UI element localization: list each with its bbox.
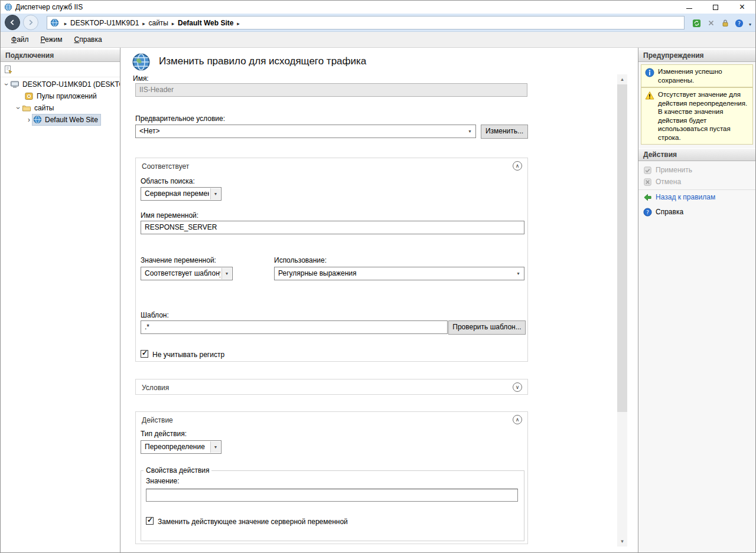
back-to-rules-label: Назад к правилам — [656, 193, 715, 201]
connections-toolbar — [1, 63, 120, 77]
edit-precondition-button[interactable]: Изменить... — [481, 125, 528, 139]
variable-value-label: Значение переменной: — [141, 256, 216, 264]
scroll-up-button[interactable] — [617, 74, 627, 84]
breadcrumb-item-sites[interactable]: сайты — [146, 19, 170, 27]
action-type-label: Тип действия: — [141, 430, 187, 438]
precondition-select[interactable]: <Нет> — [135, 125, 476, 138]
pattern-label: Шаблон: — [141, 311, 169, 319]
breadcrumb-separator-icon — [235, 19, 241, 27]
action-section: Действие Тип действия: Переопределение С… — [135, 411, 528, 544]
right-panel: Предупреждения Изменения успешно сохране… — [638, 48, 756, 552]
warning-icon — [645, 91, 654, 100]
apply-icon — [643, 166, 652, 175]
selected-tree-item[interactable]: Default Web Site — [32, 114, 100, 125]
forward-button[interactable] — [23, 15, 38, 30]
action-value-label: Значение: — [146, 477, 180, 485]
tree-item-default-web-site[interactable]: Default Web Site — [1, 114, 120, 126]
cancel-button[interactable]: Отмена — [643, 176, 681, 187]
back-button[interactable] — [5, 15, 20, 30]
app-pools-icon — [24, 91, 34, 101]
warning-alert-text: Отсутствует значение для действия переоп… — [658, 91, 747, 141]
cancel-label: Отмена — [656, 178, 681, 186]
replace-value-label: Заменить действующее значение серверной … — [158, 518, 348, 526]
action-section-header[interactable]: Действие — [142, 416, 173, 424]
minimize-icon — [686, 8, 692, 9]
menu-help[interactable]: Справка — [69, 33, 108, 46]
info-alert: Изменения успешно сохранены. — [641, 64, 753, 87]
cancel-icon — [643, 178, 652, 186]
expander-icon[interactable] — [3, 80, 10, 89]
using-label: Использование: — [274, 256, 327, 264]
breadcrumb-separator-icon — [141, 19, 146, 27]
tree-item-app-pools[interactable]: Пулы приложений — [1, 90, 120, 102]
tree-item-label: Пулы приложений — [37, 92, 97, 100]
scrollbar-thumb[interactable] — [617, 84, 627, 412]
replace-value-checkbox[interactable] — [146, 517, 154, 525]
page-title: Изменить правило для исходящего трафика — [159, 55, 366, 67]
action-type-select[interactable]: Переопределение — [141, 440, 221, 454]
collapse-chevron-icon[interactable] — [513, 161, 522, 171]
variable-value-option: Соответствует шаблону — [145, 267, 220, 280]
iis-app-icon — [4, 3, 12, 11]
scope-label: Область поиска: — [141, 177, 195, 185]
expander-icon[interactable] — [15, 104, 22, 112]
site-globe-icon — [33, 115, 43, 125]
menu-file[interactable]: Файл — [5, 33, 35, 46]
pattern-input[interactable]: .* — [141, 320, 448, 334]
test-pattern-button[interactable]: Проверить шаблон... — [448, 320, 526, 335]
tree-item-label: DESKTOP-U1MK9D1 (DESKTOP — [22, 80, 120, 89]
variable-value-select[interactable]: Соответствует шаблону — [141, 267, 233, 280]
variable-name-input[interactable]: RESPONSE_SERVER — [141, 221, 524, 234]
tree-item-sites[interactable]: сайты — [1, 102, 120, 114]
scope-select[interactable]: Серверная переменн — [141, 187, 221, 201]
create-connection-icon[interactable] — [4, 65, 13, 74]
lock-icon[interactable] — [721, 18, 730, 28]
vertical-scrollbar[interactable] — [617, 74, 627, 547]
tree-item-label: сайты — [34, 104, 54, 112]
name-label: Имя: — [133, 74, 149, 83]
action-value-input[interactable] — [146, 489, 518, 502]
window-controls — [676, 1, 755, 14]
refresh-icon[interactable] — [692, 18, 702, 28]
stop-icon[interactable] — [706, 18, 716, 28]
chevron-down-icon — [210, 441, 220, 453]
help-link[interactable]: ? Справка — [643, 207, 683, 217]
menu-view[interactable]: Режим — [35, 33, 69, 46]
svg-text:?: ? — [646, 208, 649, 215]
name-input[interactable]: IIS-Header — [135, 83, 527, 97]
using-select[interactable]: Регулярные выражения — [274, 267, 524, 280]
ignore-case-checkbox[interactable] — [141, 350, 148, 358]
collapse-chevron-icon[interactable] — [513, 415, 522, 424]
tree-item-server[interactable]: DESKTOP-U1MK9D1 (DESKTOP — [1, 78, 120, 90]
folder-icon — [22, 103, 31, 113]
breadcrumb[interactable]: DESKTOP-U1MK9D1 сайты Default Web Site — [47, 16, 685, 30]
close-button[interactable] — [729, 1, 755, 14]
warning-alert: Отсутствует значение для действия переоп… — [641, 87, 753, 145]
help-icon[interactable]: ? — [735, 18, 744, 28]
chevron-down-icon[interactable] — [749, 18, 751, 28]
breadcrumb-separator-icon — [170, 19, 176, 27]
alerts-header: Предупреждения — [638, 49, 756, 62]
chevron-down-icon — [465, 126, 475, 137]
variable-name-label: Имя переменной: — [141, 211, 198, 220]
apply-button[interactable]: Применить — [643, 165, 692, 175]
scroll-down-button[interactable] — [617, 536, 627, 547]
actions-divider — [638, 189, 756, 190]
maximize-button[interactable] — [702, 1, 729, 14]
chevron-down-icon — [513, 268, 523, 279]
info-icon — [645, 68, 654, 77]
breadcrumb-item-server[interactable]: DESKTOP-U1MK9D1 — [69, 19, 141, 27]
match-section-header[interactable]: Соответствует — [142, 162, 189, 171]
breadcrumb-item-current[interactable]: Default Web Site — [176, 19, 235, 27]
apply-label: Применить — [656, 166, 692, 174]
back-to-rules-link[interactable]: Назад к правилам — [643, 192, 715, 202]
minimize-button[interactable] — [676, 1, 702, 14]
conditions-section-header[interactable]: Условия — [142, 384, 169, 392]
expander-icon[interactable] — [25, 116, 32, 124]
actions-header: Действия — [638, 148, 756, 161]
ignore-case-label: Не учитывать регистр — [152, 351, 224, 359]
svg-text:?: ? — [738, 19, 741, 26]
action-properties-group: Свойства действия Значение: Заменить дей… — [141, 466, 524, 541]
connections-tree: DESKTOP-U1MK9D1 (DESKTOP Пулы приложений… — [1, 78, 120, 126]
expand-chevron-icon[interactable] — [513, 382, 522, 392]
